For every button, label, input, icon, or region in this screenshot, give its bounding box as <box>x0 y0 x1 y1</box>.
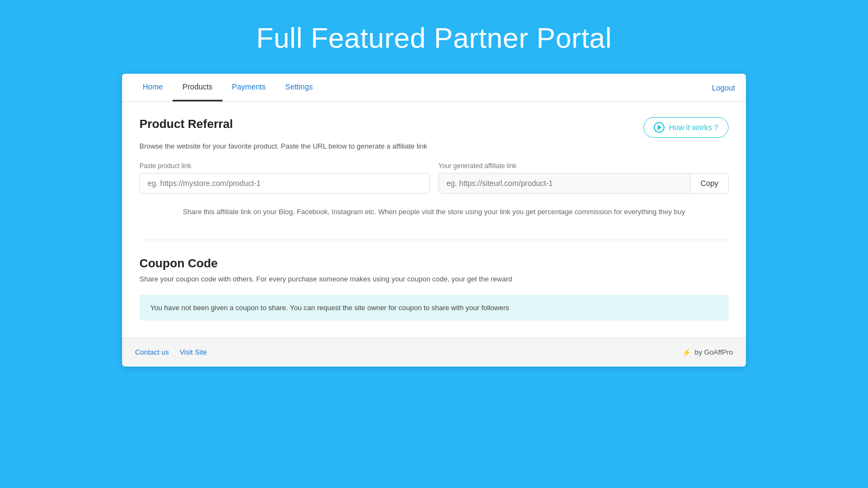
contact-us-link[interactable]: Contact us <box>135 348 169 356</box>
affiliate-info-text: Share this affiliate link on your Blog, … <box>139 204 729 229</box>
logout-button[interactable]: Logout <box>712 84 735 92</box>
nav-bar: Home Products Payments Settings Logout <box>122 74 746 102</box>
footer: Contact us Visit Site ⚡ by GoAffPro <box>122 338 746 367</box>
generated-link-wrapper: Copy <box>438 173 729 194</box>
footer-links: Contact us Visit Site <box>135 348 207 356</box>
brand-text: by GoAffPro <box>694 348 733 356</box>
play-triangle-icon <box>658 125 662 130</box>
how-it-works-label: How it works ? <box>669 123 718 132</box>
paste-link-input[interactable] <box>139 173 430 194</box>
product-referral-section: Product Referral How it works ? Browse t… <box>139 117 729 229</box>
tab-products[interactable]: Products <box>173 74 222 101</box>
generated-link-input[interactable] <box>439 174 690 193</box>
copy-button[interactable]: Copy <box>690 174 728 193</box>
product-referral-description: Browse the website for your favorite pro… <box>139 142 729 150</box>
how-it-works-button[interactable]: How it works ? <box>643 117 729 138</box>
main-content: Product Referral How it works ? Browse t… <box>122 102 746 338</box>
play-icon <box>654 122 665 133</box>
link-input-row: Paste product link Your generated affili… <box>139 162 729 194</box>
footer-brand: ⚡ by GoAffPro <box>682 348 733 357</box>
portal-container: Home Products Payments Settings Logout P… <box>122 74 746 367</box>
coupon-notice: You have not been given a coupon to shar… <box>139 295 729 320</box>
product-referral-title: Product Referral <box>139 117 233 131</box>
tab-home[interactable]: Home <box>133 74 173 101</box>
coupon-code-title: Coupon Code <box>139 256 729 271</box>
coupon-code-section: Coupon Code Share your coupon code with … <box>139 251 729 320</box>
generated-link-group: Your generated affiliate link Copy <box>438 162 729 194</box>
paste-link-label: Paste product link <box>139 162 430 170</box>
coupon-code-description: Share your coupon code with others. For … <box>139 275 729 283</box>
paste-link-group: Paste product link <box>139 162 430 194</box>
hero-title: Full Featured Partner Portal <box>245 0 623 74</box>
tab-payments[interactable]: Payments <box>222 74 276 101</box>
section-header: Product Referral How it works ? <box>139 117 729 138</box>
section-divider <box>139 240 729 240</box>
star-icon: ⚡ <box>682 348 691 357</box>
visit-site-link[interactable]: Visit Site <box>180 348 207 356</box>
nav-tabs: Home Products Payments Settings <box>133 74 322 101</box>
generated-link-label: Your generated affiliate link <box>438 162 729 170</box>
tab-settings[interactable]: Settings <box>276 74 323 101</box>
